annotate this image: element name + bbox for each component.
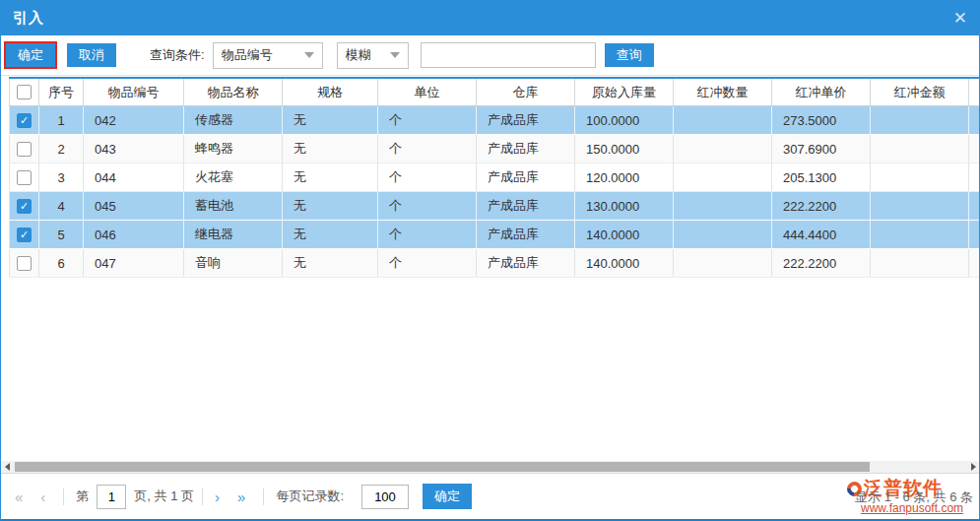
column-header: 规格 xyxy=(283,79,378,105)
row-checkbox[interactable] xyxy=(17,256,32,271)
query-condition-label: 查询条件: xyxy=(150,46,205,64)
row-checkbox[interactable] xyxy=(17,142,32,157)
cell-warehouse: 产成品库 xyxy=(477,106,575,134)
page-size-label: 每页记录数: xyxy=(276,488,344,505)
cell-redink-amount xyxy=(871,163,969,191)
cell-unit: 个 xyxy=(378,106,477,134)
divider xyxy=(263,488,264,505)
pagination-bar: « ‹ 第 页, 共 1 页 › » 每页记录数: 确定 xyxy=(1,473,979,519)
column-header-ghost xyxy=(969,79,980,105)
row-checkbox[interactable] xyxy=(17,170,32,185)
cell-redink-price: 205.1300 xyxy=(772,163,871,191)
next-page-button[interactable]: › xyxy=(215,488,220,505)
cell-warehouse: 产成品库 xyxy=(477,163,575,191)
cell-original-qty: 150.0000 xyxy=(575,135,674,163)
cell-unit: 个 xyxy=(378,135,477,163)
column-header: 仓库 xyxy=(477,79,575,105)
page-size-input[interactable] xyxy=(361,485,409,509)
cell-item-name: 火花塞 xyxy=(184,163,283,191)
divider xyxy=(63,488,64,505)
cell-seq: 3 xyxy=(39,163,84,191)
cell-ghost xyxy=(969,163,980,191)
cell-redink-qty xyxy=(674,163,772,191)
cell-seq: 5 xyxy=(39,221,84,248)
row-checkbox-cell xyxy=(9,249,39,277)
field-select[interactable]: 物品编号 xyxy=(213,42,323,69)
row-checkbox-cell xyxy=(9,221,39,248)
table-row[interactable]: 5 046 继电器 无 个 产成品库 140.0000 444.4400 xyxy=(9,221,980,249)
cancel-button[interactable]: 取消 xyxy=(67,43,116,67)
column-header: 原始入库量 xyxy=(575,79,674,105)
first-page-button[interactable]: « xyxy=(15,488,23,505)
cell-redink-price: 222.2200 xyxy=(772,192,871,220)
confirm-button[interactable]: 确定 xyxy=(6,43,55,67)
dialog-titlebar: 引入 ✕ xyxy=(1,0,979,35)
cell-warehouse: 产成品库 xyxy=(477,249,575,277)
last-page-button[interactable]: » xyxy=(237,488,245,505)
scroll-right-icon[interactable] xyxy=(967,461,979,473)
cell-seq: 2 xyxy=(39,135,84,163)
row-checkbox-cell xyxy=(9,163,39,191)
cell-redink-amount xyxy=(871,221,969,248)
scrollbar-thumb[interactable] xyxy=(15,462,870,472)
match-mode-select[interactable]: 模糊 xyxy=(337,42,409,69)
cell-warehouse: 产成品库 xyxy=(477,221,575,248)
table-row[interactable]: 6 047 音响 无 个 产成品库 140.0000 222.2200 xyxy=(9,249,980,278)
cell-unit: 个 xyxy=(378,249,477,277)
table-row[interactable]: 3 044 火花塞 无 个 产成品库 120.0000 205.1300 xyxy=(9,163,980,192)
close-icon[interactable]: ✕ xyxy=(953,10,967,27)
cell-ghost xyxy=(969,221,980,248)
table-row[interactable]: 1 042 传感器 无 个 产成品库 100.0000 273.5000 xyxy=(9,106,980,135)
cell-seq: 4 xyxy=(39,192,84,220)
confirm-button-highlight: 确定 xyxy=(4,41,57,69)
select-all-checkbox[interactable] xyxy=(17,85,32,99)
cell-redink-price: 273.5000 xyxy=(772,106,871,134)
page-size-confirm-button[interactable]: 确定 xyxy=(423,484,472,509)
cell-redink-price: 222.2200 xyxy=(772,249,871,277)
cell-redink-qty xyxy=(674,135,772,163)
cell-ghost xyxy=(969,192,980,220)
table-row[interactable]: 4 045 蓄电池 无 个 产成品库 130.0000 222.2200 xyxy=(9,192,980,221)
cell-original-qty: 120.0000 xyxy=(575,163,674,191)
page-number-input[interactable] xyxy=(97,485,126,509)
cell-redink-qty xyxy=(674,249,772,277)
column-header: 单位 xyxy=(378,79,477,105)
cell-spec: 无 xyxy=(283,135,378,163)
chevron-down-icon xyxy=(304,52,314,58)
search-input[interactable] xyxy=(421,42,596,68)
row-checkbox[interactable] xyxy=(17,199,32,214)
scroll-left-icon[interactable] xyxy=(1,461,13,473)
import-dialog: 引入 ✕ 确定 取消 查询条件: 物品编号 模糊 查询 序号 物品编号 物品名称… xyxy=(0,0,980,521)
cell-unit: 个 xyxy=(378,221,477,248)
cell-item-name: 蜂鸣器 xyxy=(184,135,283,163)
cell-warehouse: 产成品库 xyxy=(477,192,575,220)
cell-seq: 6 xyxy=(39,249,84,277)
query-button[interactable]: 查询 xyxy=(605,43,654,67)
column-header: 红冲数量 xyxy=(674,79,772,105)
chevron-down-icon xyxy=(390,52,400,58)
cell-item-code: 044 xyxy=(84,163,184,191)
cell-original-qty: 140.0000 xyxy=(575,249,674,277)
cell-item-name: 音响 xyxy=(184,249,283,277)
table-row[interactable]: 2 043 蜂鸣器 无 个 产成品库 150.0000 307.6900 xyxy=(9,135,980,163)
toolbar: 确定 取消 查询条件: 物品编号 模糊 查询 xyxy=(1,35,979,76)
horizontal-scrollbar[interactable] xyxy=(1,461,979,473)
column-header: 物品名称 xyxy=(184,79,283,105)
cell-redink-qty xyxy=(674,221,772,248)
cell-ghost xyxy=(969,135,980,163)
cell-item-name: 继电器 xyxy=(184,221,283,248)
row-checkbox[interactable] xyxy=(17,228,32,242)
page-prefix-label: 第 xyxy=(76,488,89,505)
row-checkbox-cell xyxy=(9,135,39,163)
cell-redink-qty xyxy=(674,106,772,134)
record-count-status: 显示 1 - 6 条, 共 6 条 xyxy=(855,488,973,506)
cell-item-name: 蓄电池 xyxy=(184,192,283,220)
divider xyxy=(202,488,203,505)
select-all-cell xyxy=(9,79,39,105)
row-checkbox-cell xyxy=(9,106,39,134)
prev-page-button[interactable]: ‹ xyxy=(40,488,45,505)
cell-item-code: 043 xyxy=(84,135,184,163)
row-checkbox[interactable] xyxy=(17,113,32,128)
cell-unit: 个 xyxy=(378,163,477,191)
cell-item-code: 047 xyxy=(84,249,184,277)
